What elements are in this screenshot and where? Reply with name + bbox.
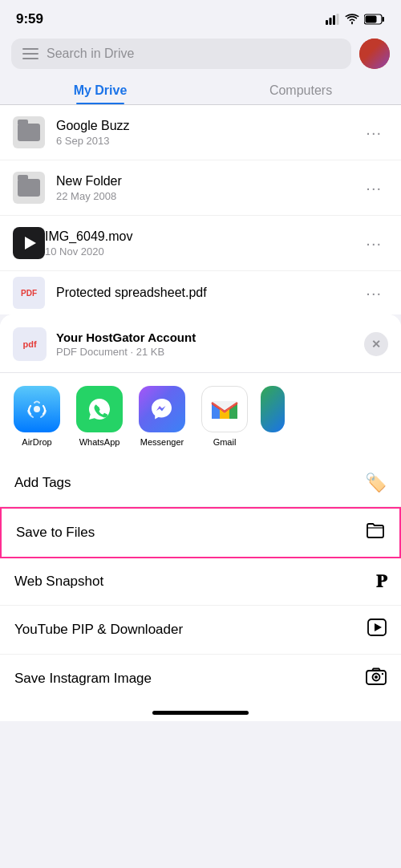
svg-point-16 <box>375 675 378 679</box>
signal-icon <box>326 14 340 25</box>
gmail-svg <box>210 398 239 420</box>
tabs: My Drive Computers <box>0 75 401 105</box>
tab-computers[interactable]: Computers <box>200 75 401 104</box>
file-date: 6 Sep 2013 <box>56 135 359 147</box>
action-list: Add Tags 🏷️ Save to Files Web Snapshot 𝐏… <box>0 460 401 703</box>
svg-rect-5 <box>383 17 385 22</box>
folder-icon-svg <box>366 521 385 539</box>
battery-icon <box>364 14 385 25</box>
web-snapshot-button[interactable]: Web Snapshot 𝐏 <box>0 558 401 606</box>
list-item[interactable]: WhatsApp <box>71 386 128 447</box>
svg-point-10 <box>34 406 40 412</box>
folder-icon <box>13 116 45 148</box>
action-label: Add Tags <box>14 475 71 491</box>
action-label: Save to Files <box>16 525 95 541</box>
share-pdf-icon: pdf <box>13 327 47 361</box>
messenger-svg <box>148 395 176 423</box>
svg-point-17 <box>382 673 383 675</box>
list-item[interactable]: AirDrop <box>8 386 66 447</box>
svg-rect-1 <box>330 18 332 25</box>
youtube-pip-button[interactable]: YouTube PIP & Downloader <box>0 606 401 655</box>
status-icons <box>326 14 385 25</box>
file-name: IMG_6049.mov <box>45 229 359 244</box>
airdrop-label: AirDrop <box>22 437 51 447</box>
more-app-icon <box>261 386 285 432</box>
app-icons-row: AirDrop WhatsApp <box>0 373 401 453</box>
save-to-files-button[interactable]: Save to Files <box>0 507 401 558</box>
file-date: 10 Nov 2020 <box>45 245 359 258</box>
more-options-button[interactable]: ··· <box>359 231 388 256</box>
whatsapp-icon <box>76 386 123 432</box>
play-icon <box>367 619 387 641</box>
avatar-image <box>359 39 390 69</box>
tab-my-drive[interactable]: My Drive <box>0 75 200 104</box>
list-item[interactable]: Messenger <box>133 386 191 447</box>
share-file-header: pdf Your HostGator Account PDF Document … <box>0 314 401 373</box>
whatsapp-svg <box>85 395 114 424</box>
svg-rect-0 <box>326 20 328 25</box>
wifi-icon <box>345 14 359 25</box>
file-info: Protected spreadsheet.pdf <box>56 286 359 300</box>
svg-rect-8 <box>22 53 38 55</box>
gmail-icon <box>201 386 248 432</box>
whatsapp-label: WhatsApp <box>79 437 120 447</box>
svg-marker-13 <box>375 623 382 631</box>
table-row[interactable]: New Folder 22 May 2008 ··· <box>0 160 401 216</box>
search-bar-container: Search in Drive <box>0 32 401 75</box>
svg-rect-3 <box>337 14 339 25</box>
svg-rect-7 <box>22 48 38 50</box>
share-file-info: Your HostGator Account PDF Document · 21… <box>56 331 364 358</box>
airdrop-icon <box>14 386 60 432</box>
camera-svg <box>366 667 387 685</box>
messenger-icon <box>139 386 185 432</box>
status-bar: 9:59 <box>0 0 401 32</box>
file-info: Google Buzz 6 Sep 2013 <box>56 119 359 147</box>
save-instagram-button[interactable]: Save Instagram Image <box>0 655 401 703</box>
share-file-meta: PDF Document · 21 KB <box>56 346 364 358</box>
file-date: 22 May 2008 <box>56 190 359 202</box>
list-item[interactable] <box>258 386 287 447</box>
airdrop-svg <box>24 396 50 422</box>
add-tags-button[interactable]: Add Tags 🏷️ <box>0 460 401 507</box>
menu-icon <box>22 48 38 59</box>
svg-rect-6 <box>366 16 377 23</box>
tag-icon: 🏷️ <box>365 473 387 493</box>
status-time: 9:59 <box>16 11 43 27</box>
file-info: New Folder 22 May 2008 <box>56 174 359 202</box>
camera-icon <box>366 667 387 690</box>
share-close-button[interactable]: ✕ <box>364 332 388 356</box>
file-list: Google Buzz 6 Sep 2013 ··· New Folder 22… <box>0 105 401 314</box>
table-row[interactable]: PDF Protected spreadsheet.pdf ··· <box>0 271 401 314</box>
share-file-name: Your HostGator Account <box>56 331 364 344</box>
more-options-button[interactable]: ··· <box>359 281 388 306</box>
file-name: Protected spreadsheet.pdf <box>56 286 359 300</box>
folder-icon <box>13 172 45 204</box>
home-indicator <box>0 703 401 721</box>
home-bar <box>152 711 249 715</box>
avatar[interactable] <box>359 39 390 69</box>
svg-rect-9 <box>22 58 38 59</box>
file-name: Google Buzz <box>56 119 359 133</box>
list-item[interactable]: Gmail <box>196 386 253 447</box>
action-label: Save Instagram Image <box>14 671 152 687</box>
messenger-label: Messenger <box>140 437 184 447</box>
svg-rect-2 <box>333 15 335 25</box>
folder-shape <box>18 124 40 141</box>
action-label: Web Snapshot <box>14 574 103 590</box>
share-sheet: pdf Your HostGator Account PDF Document … <box>0 314 401 721</box>
play-btn-svg <box>367 619 387 636</box>
video-icon <box>13 227 45 259</box>
more-options-button[interactable]: ··· <box>359 176 388 201</box>
files-folder-icon <box>366 521 385 544</box>
file-info: IMG_6049.mov 10 Nov 2020 <box>45 229 359 258</box>
file-name: New Folder <box>56 174 359 189</box>
gmail-label: Gmail <box>213 437 237 447</box>
action-label: YouTube PIP & Downloader <box>14 622 183 638</box>
search-placeholder: Search in Drive <box>47 47 134 61</box>
table-row[interactable]: Google Buzz 6 Sep 2013 ··· <box>0 105 401 160</box>
search-bar[interactable]: Search in Drive <box>11 39 351 69</box>
folder-shape <box>18 179 40 197</box>
parking-icon: 𝐏 <box>376 571 387 592</box>
more-options-button[interactable]: ··· <box>359 120 388 145</box>
table-row[interactable]: IMG_6049.mov 10 Nov 2020 ··· <box>0 216 401 271</box>
